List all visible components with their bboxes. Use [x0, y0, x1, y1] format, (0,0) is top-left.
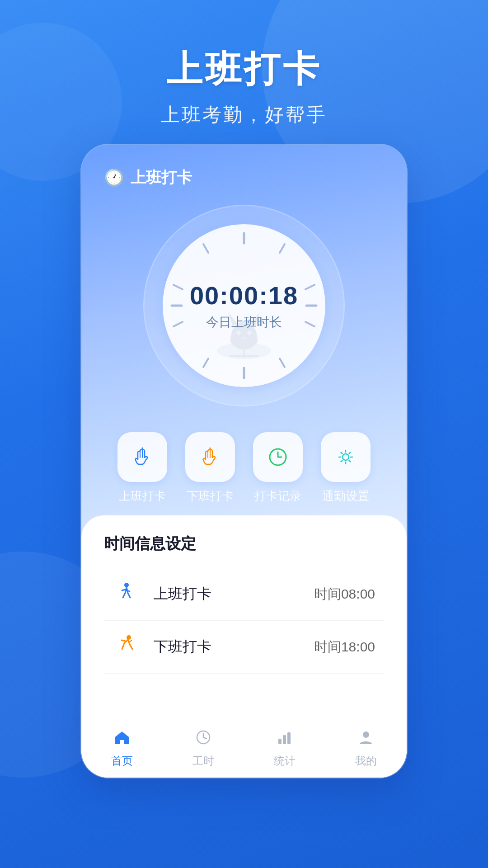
svg-rect-24	[278, 739, 282, 744]
svg-point-14	[247, 330, 252, 335]
settings-icon	[334, 446, 357, 468]
page-subtitle: 上班考勤，好帮手	[0, 102, 488, 127]
svg-point-27	[363, 731, 369, 738]
clock-time: 00:00:18	[190, 281, 298, 310]
page-title: 上班打卡	[0, 45, 488, 94]
svg-line-2	[305, 285, 314, 289]
svg-line-5	[280, 359, 285, 367]
nav-hours[interactable]: 工时	[192, 729, 214, 768]
svg-line-1	[280, 244, 285, 253]
records-label: 打卡记录	[254, 488, 301, 504]
nav-mine-label: 我的	[355, 754, 377, 768]
checkout-button[interactable]: 下班打卡	[185, 432, 235, 504]
nav-home-label: 首页	[111, 754, 133, 768]
svg-line-10	[174, 285, 183, 289]
svg-line-8	[174, 322, 183, 326]
app-icon: 🕐	[104, 168, 124, 187]
hours-icon	[195, 729, 212, 750]
work-checkout-time: 时间18:00	[314, 638, 375, 656]
checkout-icon	[199, 446, 221, 468]
header-section: 上班打卡 上班考勤，好帮手	[0, 0, 488, 127]
stats-nav-icon	[276, 729, 293, 746]
app-title: 上班打卡	[131, 167, 192, 188]
bottom-card: 时间信息设定 上班打卡 时间08:00	[81, 515, 407, 778]
phone-mockup: 🕐 上班打卡	[81, 145, 407, 778]
section-title: 时间信息设定	[104, 533, 384, 554]
home-icon	[113, 729, 131, 750]
clock-face: 00:00:18 今日上班时长	[163, 224, 325, 387]
records-button[interactable]: 打卡记录	[253, 432, 303, 504]
work-checkout-icon	[113, 633, 140, 660]
work-checkin-row[interactable]: 上班打卡 时间08:00	[104, 568, 384, 621]
settings-button-circle[interactable]	[321, 432, 371, 482]
bottom-nav: 首页 工时	[81, 719, 407, 778]
home-nav-icon	[113, 729, 131, 746]
svg-rect-26	[287, 732, 291, 744]
svg-point-13	[236, 330, 241, 335]
action-buttons: 上班打卡 下班打卡	[81, 419, 407, 513]
nav-hours-label: 工时	[192, 754, 214, 768]
records-button-circle[interactable]	[253, 432, 303, 482]
nav-home[interactable]: 首页	[111, 729, 133, 768]
nav-stats[interactable]: 统计	[274, 729, 296, 768]
mine-nav-icon	[357, 729, 375, 746]
svg-point-18	[343, 454, 349, 460]
app-topbar: 🕐 上班打卡	[81, 145, 407, 197]
svg-rect-25	[283, 735, 286, 744]
work-checkin-time: 时间08:00	[314, 585, 375, 604]
mine-icon	[357, 729, 375, 750]
settings-button[interactable]: 通勤设置	[321, 432, 371, 504]
checkin-button-circle[interactable]	[117, 432, 167, 482]
svg-line-4	[305, 322, 314, 326]
checkout-label: 下班打卡	[187, 488, 234, 504]
stats-icon	[276, 729, 293, 750]
svg-point-20	[127, 635, 131, 640]
walker-icon	[115, 580, 138, 603]
work-checkout-name: 下班打卡	[154, 637, 314, 657]
svg-line-23	[203, 737, 206, 739]
checkin-button[interactable]: 上班打卡	[117, 432, 167, 504]
nav-mine[interactable]: 我的	[355, 729, 377, 768]
clock-outer-ring: 00:00:18 今日上班时长	[145, 206, 343, 405]
checkin-label: 上班打卡	[119, 488, 166, 504]
cat-silhouette	[208, 301, 280, 364]
runner-icon	[115, 633, 138, 656]
work-checkout-row[interactable]: 下班打卡 时间18:00	[104, 621, 384, 674]
nav-stats-label: 统计	[274, 754, 296, 768]
work-checkin-name: 上班打卡	[154, 584, 314, 604]
records-icon	[267, 446, 289, 468]
checkout-button-circle[interactable]	[185, 432, 235, 482]
clock-section: 00:00:18 今日上班时长	[81, 197, 407, 419]
work-checkin-icon	[113, 580, 140, 608]
clock-label: 今日上班时长	[206, 314, 282, 331]
svg-line-11	[203, 244, 208, 253]
checkin-icon	[131, 446, 154, 468]
hours-nav-icon	[195, 729, 212, 746]
settings-label: 通勤设置	[322, 488, 369, 504]
